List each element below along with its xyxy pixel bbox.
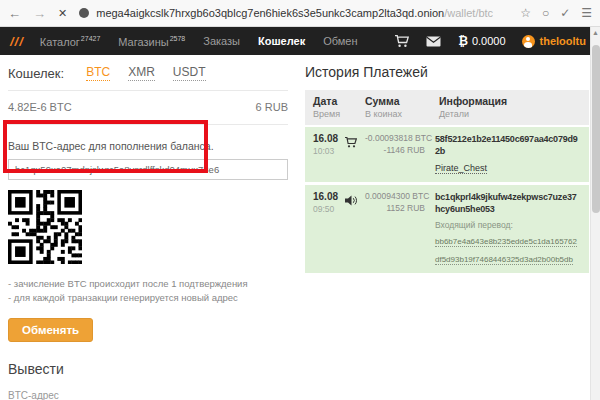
- tx-hash: 58f5212e1b2e11450c697aa4c079d92b: [435, 133, 581, 157]
- balance-rub: 6 RUB: [256, 101, 288, 113]
- deposit-address-input[interactable]: [8, 159, 288, 180]
- wallet-tabs: Кошелек: BTC XMR USDT: [8, 55, 288, 91]
- withdraw-title: Вывести: [8, 361, 288, 377]
- browser-toolbar: ← → ✕ mega4aigkcslk7hrxgb6o3qblcg7en6hie…: [0, 0, 600, 27]
- balance-row: 4.82E-6 BTC 6 RUB: [8, 91, 288, 125]
- exchange-button[interactable]: Обменять: [8, 318, 93, 342]
- shops-count-badge: 2578: [170, 35, 186, 42]
- btc-symbol: ₿: [458, 34, 468, 48]
- wallet-label: Кошелек:: [8, 66, 64, 81]
- transfer-label: Входящий перевод:: [435, 220, 581, 230]
- transfer-hash-link[interactable]: bb6b7e4a643e8b235edde5c1da165762df5d93b1…: [435, 237, 577, 265]
- address-bar[interactable]: mega4aigkcslk7hrxgb6o3qblcg7en6hiek6s3e5…: [79, 7, 501, 19]
- deposit-address-label: Ваш BTC-адрес для пополнения баланса.: [8, 140, 288, 152]
- messages-envelope-icon[interactable]: [426, 36, 441, 47]
- history-title: История Платежей: [305, 64, 589, 80]
- nav-item-exchange[interactable]: Обмен: [323, 35, 357, 47]
- avatar: [522, 35, 535, 48]
- history-row-incoming[interactable]: 16.08 09:50 0.00094300 BTC 1152 RUB bc1q…: [305, 185, 589, 273]
- catalog-count-badge: 27427: [81, 35, 100, 42]
- main-nav: /// Каталог27427 Магазины2578 Заказы Кош…: [0, 27, 600, 55]
- user-menu[interactable]: thelooltu: [522, 35, 586, 48]
- col-info: Информация Детали: [429, 95, 581, 119]
- page-scrollbar[interactable]: ▲: [590, 27, 600, 400]
- site-favicon: [79, 8, 89, 18]
- toolbar-actions: ☆ ○ ✓ ☰: [509, 7, 592, 19]
- btc-balance-value: 0.0000: [472, 35, 506, 47]
- tx-date: 16.08: [313, 133, 345, 144]
- tx-amount-rub: -1146 RUB: [365, 145, 425, 155]
- nav-item-shops[interactable]: Магазины2578: [118, 35, 185, 48]
- note-new-address: - для каждой транзакции генерируется нов…: [8, 291, 288, 305]
- nav-item-catalog[interactable]: Каталог27427: [40, 35, 100, 48]
- deposit-notes: - зачисление BTC происходит после 1 подт…: [8, 277, 288, 305]
- url-path: /wallet/btc: [444, 7, 493, 19]
- forward-icon[interactable]: →: [33, 7, 46, 20]
- tx-time: 10:03: [313, 146, 345, 156]
- shop-link[interactable]: Pirate_Chest: [435, 163, 487, 174]
- url-host: mega4aigkcslk7hrxgb6o3qblcg7en6hiek6s3e5…: [96, 7, 444, 19]
- nav-item-wallet[interactable]: Кошелек: [258, 35, 305, 47]
- username: thelooltu: [540, 35, 586, 47]
- tx-date: 16.08: [313, 191, 345, 202]
- col-date: Дата Время: [313, 95, 365, 119]
- col-sum: Сумма В коинах: [365, 95, 429, 119]
- scrollbar-thumb[interactable]: [592, 45, 600, 213]
- cart-icon[interactable]: [395, 35, 409, 48]
- tab-btc[interactable]: BTC: [86, 65, 110, 81]
- qr-code: [8, 190, 82, 264]
- note-confirmations: - зачисление BTC происходит после 1 подт…: [8, 277, 288, 291]
- back-icon[interactable]: ←: [8, 7, 21, 20]
- tx-time: 09:50: [313, 204, 345, 214]
- tx-amount-rub: 1152 RUB: [365, 203, 425, 213]
- speaker-icon: [345, 191, 365, 266]
- scrollbar-up-arrow[interactable]: ▲: [591, 29, 600, 36]
- history-table: Дата Время Сумма В коинах Информация Дет…: [305, 90, 589, 273]
- extension-check-icon[interactable]: ✓: [560, 7, 570, 19]
- mega-logo[interactable]: ///: [10, 34, 24, 49]
- nav-right: ₿ 0.0000 thelooltu: [378, 34, 586, 48]
- history-row-purchase[interactable]: 16.08 10:03 -0.00093818 BTC -1146 RUB 58…: [305, 127, 589, 182]
- stop-icon[interactable]: ✕: [58, 8, 67, 19]
- withdraw-address-label: BTC-адрес: [8, 390, 288, 400]
- tab-xmr[interactable]: XMR: [128, 65, 155, 81]
- nav-item-orders[interactable]: Заказы: [203, 35, 240, 47]
- tab-usdt[interactable]: USDT: [173, 65, 206, 81]
- wallet-panel: Кошелек: BTC XMR USDT 4.82E-6 BTC 6 RUB …: [0, 55, 296, 400]
- tx-amount-btc: 0.00094300 BTC: [365, 191, 425, 201]
- history-panel: История Платежей Дата Время Сумма В коин…: [305, 55, 589, 273]
- history-table-header: Дата Время Сумма В коинах Информация Дет…: [305, 90, 589, 125]
- shield-icon[interactable]: ○: [542, 7, 549, 19]
- balance-btc: 4.82E-6 BTC: [8, 101, 72, 113]
- tx-amount-btc: -0.00093818 BTC: [365, 133, 425, 143]
- cart-icon: [345, 133, 365, 175]
- menu-icon[interactable]: ☰: [581, 7, 592, 19]
- tx-address: bc1qkprl4k9jkufw4zekpwsc7uze37hcy6un5he0…: [435, 191, 581, 215]
- btc-balance[interactable]: ₿ 0.0000: [458, 34, 505, 48]
- url-text: mega4aigkcslk7hrxgb6o3qblcg7en6hiek6s3e5…: [96, 7, 493, 19]
- bookmark-star-icon[interactable]: ☆: [520, 7, 531, 19]
